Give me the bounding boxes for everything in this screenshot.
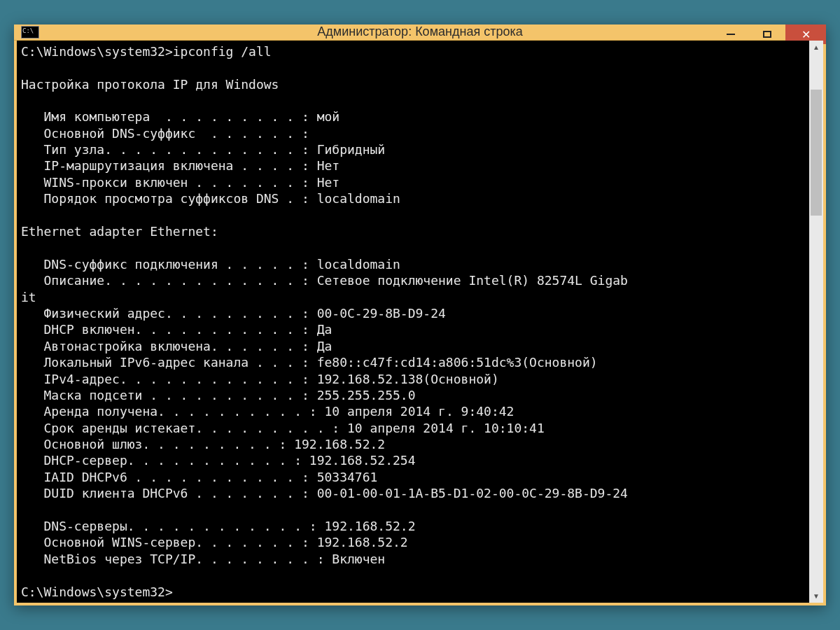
field-label: WINS-прокси включен . . . . . . . : bbox=[21, 175, 317, 190]
field-label: NetBios через TCP/IP. . . . . . . . : bbox=[21, 552, 332, 566]
scroll-down-icon[interactable]: ▼ bbox=[809, 589, 823, 603]
field-label: DHCP-сервер. . . . . . . . . . . : bbox=[21, 453, 309, 468]
field-value: Включен bbox=[332, 552, 385, 566]
field-label: Физический адрес. . . . . . . . . : bbox=[21, 306, 317, 321]
prompt: C:\Windows\system32> bbox=[21, 584, 173, 599]
window-title: Администратор: Командная строка bbox=[14, 24, 826, 39]
field-value: 192.168.52.2 bbox=[294, 437, 385, 451]
field-label: Основной шлюз. . . . . . . . . : bbox=[21, 437, 294, 451]
scroll-up-icon[interactable]: ▲ bbox=[809, 41, 823, 55]
field-label: Аренда получена. . . . . . . . . . : bbox=[21, 404, 324, 419]
cmd-icon[interactable] bbox=[21, 26, 39, 38]
field-value: Гибридный bbox=[317, 142, 386, 157]
field-label: Описание. . . . . . . . . . . . . : bbox=[21, 273, 317, 288]
prompt: C:\Windows\system32> bbox=[21, 44, 173, 59]
field-label: IPv4-адрес. . . . . . . . . . . . : bbox=[21, 372, 317, 386]
scroll-thumb[interactable] bbox=[811, 90, 822, 216]
field-value: localdomain bbox=[317, 191, 400, 206]
field-label: DNS-серверы. . . . . . . . . . . . : bbox=[21, 519, 324, 533]
command-text: ipconfig /all bbox=[173, 44, 272, 59]
field-label: Имя компьютера . . . . . . . . . : bbox=[21, 109, 317, 124]
field-value: Да bbox=[317, 322, 332, 337]
field-value: Да bbox=[317, 339, 332, 354]
vertical-scrollbar[interactable]: ▲ ▼ bbox=[809, 41, 823, 603]
field-label: Тип узла. . . . . . . . . . . . . : bbox=[21, 142, 317, 157]
field-label: Основной WINS-сервер. . . . . . . : bbox=[21, 535, 317, 550]
field-label: Срок аренды истекает. . . . . . . . . : bbox=[21, 421, 347, 435]
field-label: Основной DNS-суффикс . . . . . . : bbox=[21, 126, 317, 141]
field-value: 192.168.52.254 bbox=[309, 453, 416, 468]
field-value: fe80::c47f:cd14:a806:51dc%3(Основной) bbox=[317, 355, 598, 370]
field-value: 192.168.52.2 bbox=[317, 535, 408, 550]
titlebar[interactable]: Администратор: Командная строка bbox=[14, 24, 826, 41]
field-value: 50334761 bbox=[317, 470, 378, 484]
terminal-output[interactable]: C:\Windows\system32>ipconfig /all Настро… bbox=[17, 41, 809, 603]
field-value: 255.255.255.0 bbox=[317, 388, 416, 402]
field-value: 00-0C-29-8B-D9-24 bbox=[317, 306, 446, 321]
field-label: Порядок просмотра суффиксов DNS . : bbox=[21, 191, 317, 206]
field-label: IP-маршрутизация включена . . . . : bbox=[21, 158, 317, 173]
field-label: DUID клиента DHCPv6 . . . . . . . : bbox=[21, 486, 317, 500]
field-label: Маска подсети . . . . . . . . . . : bbox=[21, 388, 317, 402]
field-value: Нет bbox=[317, 158, 340, 173]
field-label: DNS-суффикс подключения . . . . . : bbox=[21, 257, 317, 272]
field-label: Автонастройка включена. . . . . . : bbox=[21, 339, 317, 354]
field-value: мой bbox=[317, 109, 340, 124]
section-heading: Ethernet adapter Ethernet: bbox=[21, 224, 218, 239]
field-label: DHCP включен. . . . . . . . . . . : bbox=[21, 322, 317, 337]
client-area: C:\Windows\system32>ipconfig /all Настро… bbox=[17, 41, 823, 603]
field-label: IAID DHCPv6 . . . . . . . . . . . : bbox=[21, 470, 317, 484]
field-value: it bbox=[21, 290, 36, 304]
field-value: 10 апреля 2014 г. 9:40:42 bbox=[324, 404, 514, 419]
field-value: 00-01-00-01-1A-B5-D1-02-00-0C-29-8B-D9-2… bbox=[317, 486, 628, 500]
field-value: localdomain bbox=[317, 257, 400, 272]
section-heading: Настройка протокола IP для Windows bbox=[21, 77, 279, 92]
field-label: Локальный IPv6-адрес канала . . . : bbox=[21, 355, 317, 370]
field-value: 10 апреля 2014 г. 10:10:41 bbox=[347, 421, 545, 435]
field-value: 192.168.52.2 bbox=[324, 519, 415, 533]
field-value: 192.168.52.138(Основной) bbox=[317, 372, 499, 386]
field-value: Сетевое подключение Intel(R) 82574L Giga… bbox=[317, 273, 628, 288]
field-value: Нет bbox=[317, 175, 340, 190]
command-prompt-window: Администратор: Командная строка C:\Windo… bbox=[14, 24, 826, 606]
